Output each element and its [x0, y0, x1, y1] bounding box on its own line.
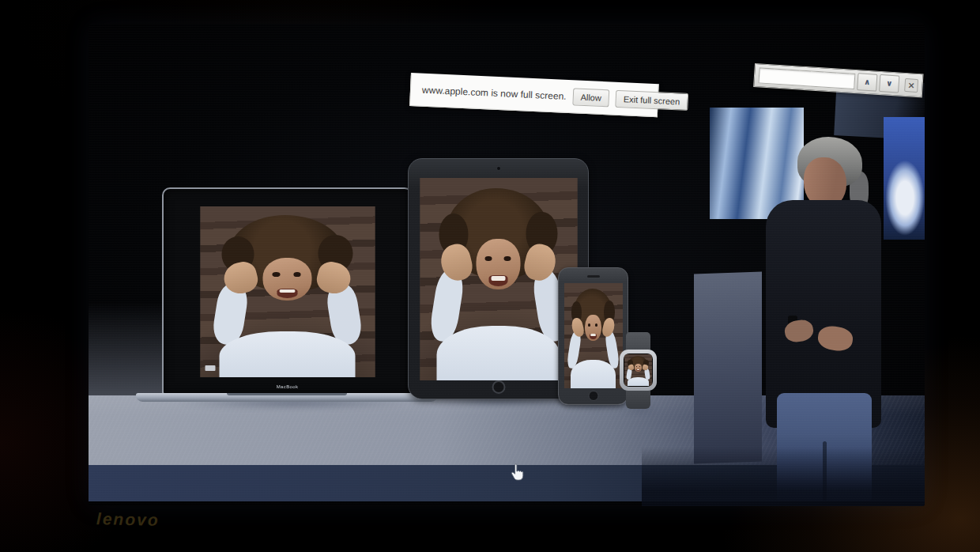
- camera-icon: [497, 167, 500, 170]
- lenovo-logo: lenovo: [96, 509, 160, 530]
- notification-message: www.apple.com is now full screen.: [422, 84, 567, 101]
- kid-eye-left: [273, 272, 281, 277]
- hand-pointer-cursor: [510, 463, 524, 481]
- watch-case: [620, 350, 657, 391]
- backdrop-photo-blue-shape: [884, 117, 925, 240]
- home-button: [492, 380, 505, 394]
- kid-eye-left: [588, 323, 590, 326]
- kid-shirt: [628, 377, 649, 386]
- macbook-label: MacBook: [194, 384, 380, 390]
- find-previous-button[interactable]: ∧: [857, 73, 877, 92]
- kid-photo: [624, 354, 652, 386]
- kid-photo: [564, 283, 623, 388]
- kid-shirt: [571, 360, 616, 388]
- kid-shirt: [437, 326, 560, 380]
- macbook-base: [136, 393, 438, 402]
- kid-eye-right: [293, 272, 301, 277]
- exit-fullscreen-button[interactable]: Exit full screen: [615, 89, 688, 110]
- chevron-down-icon: ∨: [886, 78, 893, 87]
- close-button[interactable]: ×: [904, 78, 918, 92]
- stage-podium: [694, 271, 762, 463]
- home-button: [588, 391, 598, 401]
- iphone: [558, 267, 628, 405]
- allow-button[interactable]: Allow: [572, 88, 609, 107]
- macbook: MacBook: [162, 187, 413, 395]
- stage-shadow-fade: [642, 447, 925, 506]
- chevron-up-icon: ∧: [864, 78, 871, 86]
- monitor-screen: MacBook: [89, 24, 925, 506]
- photo-watermark-badge: [205, 365, 215, 371]
- watch-screen: [624, 354, 653, 387]
- kid-teeth: [280, 289, 296, 293]
- kid-photo: [200, 206, 375, 377]
- kid-eye-right: [595, 323, 597, 326]
- speaker-grille: [587, 275, 600, 278]
- close-icon: ×: [907, 80, 915, 91]
- kid-teeth: [492, 276, 506, 281]
- kid-shirt: [219, 331, 355, 377]
- find-input[interactable]: [758, 67, 855, 89]
- find-next-button[interactable]: ∨: [879, 74, 899, 93]
- kid-photo: [420, 178, 577, 380]
- apple-watch: [619, 332, 658, 409]
- watch-band-bottom: [626, 388, 650, 409]
- presenter: [756, 130, 889, 501]
